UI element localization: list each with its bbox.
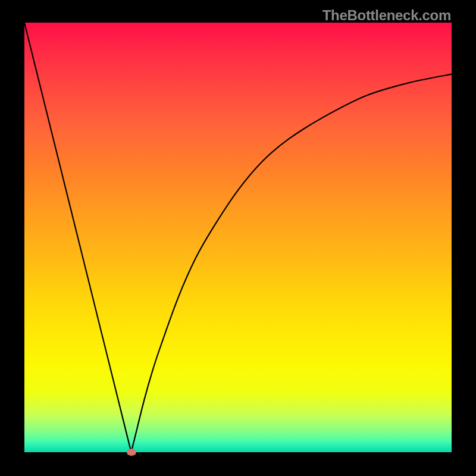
bottleneck-curve [24, 23, 452, 452]
chart-frame: TheBottleneck.com [0, 0, 476, 476]
chart-svg [24, 23, 452, 452]
watermark-text: TheBottleneck.com [322, 7, 451, 24]
chart-marker [127, 449, 136, 456]
plot-area [24, 23, 452, 452]
